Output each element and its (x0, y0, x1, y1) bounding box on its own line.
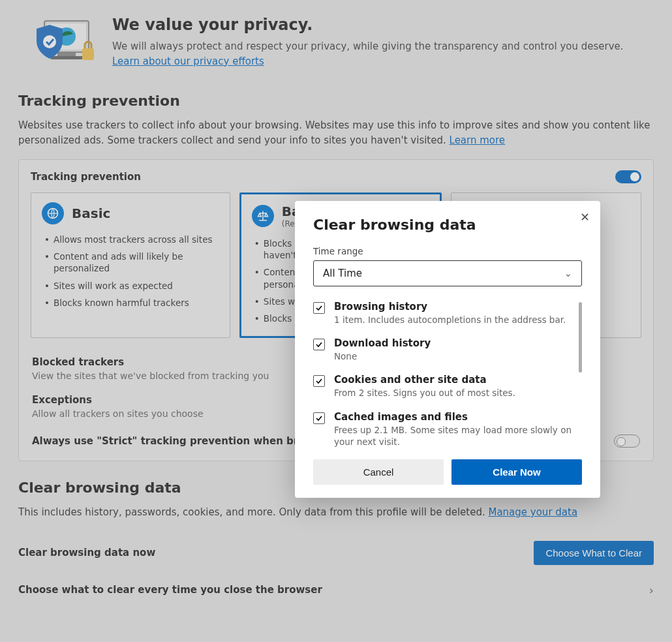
clear-now-button[interactable]: Clear Now (451, 459, 582, 485)
scrollbar[interactable] (579, 302, 582, 373)
check-desc: 1 item. Includes autocompletions in the … (334, 314, 566, 326)
time-range-value: All Time (323, 268, 362, 279)
check-title: Browsing history (334, 301, 566, 313)
cancel-button[interactable]: Cancel (313, 459, 444, 485)
cached-files-checkbox[interactable] (313, 412, 325, 424)
time-range-label: Time range (313, 246, 582, 256)
dialog-title: Clear browsing data (313, 217, 582, 233)
download-history-checkbox[interactable] (313, 339, 325, 350)
check-title: Cached images and files (334, 411, 574, 423)
cookies-checkbox[interactable] (313, 375, 325, 387)
close-icon[interactable]: ✕ (580, 210, 590, 224)
time-range-select[interactable]: All Time ⌄ (313, 260, 582, 286)
check-desc: Frees up 2.1 MB. Some sites may load mor… (334, 424, 574, 448)
browsing-history-checkbox[interactable] (313, 302, 325, 314)
check-title: Download history (334, 337, 431, 349)
clear-browsing-data-dialog: ✕ Clear browsing data Time range All Tim… (295, 201, 600, 498)
check-desc: From 2 sites. Signs you out of most site… (334, 387, 515, 399)
chevron-down-icon: ⌄ (564, 268, 572, 279)
check-desc: None (334, 350, 431, 362)
check-title: Cookies and other site data (334, 374, 515, 386)
